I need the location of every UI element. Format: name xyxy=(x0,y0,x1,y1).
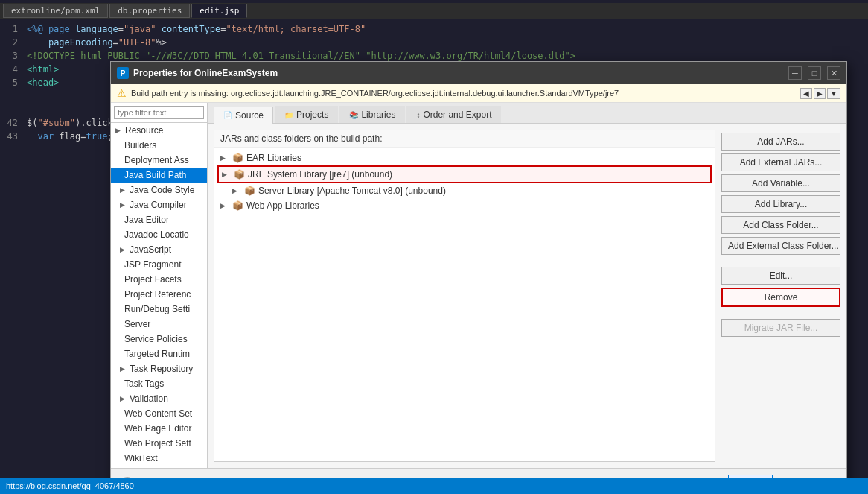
close-button[interactable]: ✕ xyxy=(827,66,840,80)
expand-arrow: ▶ xyxy=(115,127,123,134)
tab-libraries[interactable]: 📚 Libraries xyxy=(339,106,405,123)
add-jars-button[interactable]: Add JARs... xyxy=(721,133,840,151)
tree-item-web-project[interactable]: Web Project Sett xyxy=(111,436,207,451)
tab-libraries-label: Libraries xyxy=(361,110,395,120)
tree-item-javadoc[interactable]: Javadoc Locatio xyxy=(111,227,207,242)
tree-label: Web Project Sett xyxy=(124,438,191,449)
tree-label: Java Build Path xyxy=(124,170,186,180)
tree-label: WikiText xyxy=(124,453,158,463)
expand-arrow: ▶ xyxy=(120,246,127,253)
add-external-jars-button[interactable]: Add External JARs... xyxy=(721,153,840,171)
build-item-server[interactable]: ▶ 📦 Server Library [Apache Tomcat v8.0] … xyxy=(217,183,712,198)
webapp-lib-label: Web App Libraries xyxy=(246,200,319,211)
tree-label: JSP Fragment xyxy=(124,259,181,270)
tree-label: Java Compiler xyxy=(130,200,187,210)
server-lib-label: Server Library [Apache Tomcat v8.0] (unb… xyxy=(258,186,446,196)
tree-item-run-debug[interactable]: Run/Debug Setti xyxy=(111,302,207,317)
libraries-tab-icon: 📚 xyxy=(349,111,358,119)
tree-item-java-code-style[interactable]: ▶ Java Code Style xyxy=(111,183,207,197)
dialog-overlay: P Properties for OnlineExamSystem ─ □ ✕ … xyxy=(0,0,868,494)
tree-label: Server xyxy=(124,319,150,329)
tree-item-resource[interactable]: ▶ Resource xyxy=(111,123,207,138)
tree-label: Project Referenc xyxy=(124,289,191,300)
warning-next-button[interactable]: ▶ xyxy=(814,88,826,99)
edit-button[interactable]: Edit... xyxy=(721,267,840,285)
tree-item-targeted-runtime[interactable]: Targeted Runtim xyxy=(111,346,207,361)
tree-item-javascript[interactable]: ▶ JavaScript xyxy=(111,242,207,257)
add-class-folder-button[interactable]: Add Class Folder... xyxy=(721,216,840,234)
editor-background: extronline/pom.xml db.properties edit.js… xyxy=(0,0,868,494)
warning-nav: ◀ ▶ ▼ xyxy=(800,88,840,99)
tab-projects-label: Projects xyxy=(296,110,328,120)
webapp-lib-icon: 📦 xyxy=(232,200,243,211)
expand-arrow: ▶ xyxy=(120,201,127,209)
tree-item-project-facets[interactable]: Project Facets xyxy=(111,272,207,287)
status-bar: https://blog.csdn.net/qq_4067/4860 xyxy=(0,478,868,494)
tree-label: Java Editor xyxy=(124,215,169,225)
tree-label: Project Facets xyxy=(124,274,182,285)
webapp-expand-icon: ▶ xyxy=(220,202,229,209)
build-path-list: ▶ 📦 EAR Libraries ▶ 📦 JRE System Library… xyxy=(214,148,715,461)
dialog-title: Properties for OnlineExamSystem xyxy=(133,68,278,78)
build-item-jre[interactable]: ▶ 📦 JRE System Library [jre7] (unbound) xyxy=(217,165,712,183)
warning-text: Build path entry is missing: org.eclipse… xyxy=(131,89,796,98)
dialog-body: ▶ Resource Builders Deployment Ass Java … xyxy=(111,103,846,468)
ear-lib-label: EAR Libraries xyxy=(246,153,301,163)
tree-item-builders[interactable]: Builders xyxy=(111,138,207,153)
add-library-button[interactable]: Add Library... xyxy=(721,195,840,213)
warning-banner: ⚠ Build path entry is missing: org.eclip… xyxy=(111,84,846,103)
tree-item-server[interactable]: Server xyxy=(111,317,207,332)
tree-label: Java Code Style xyxy=(130,185,194,195)
button-spacer xyxy=(721,258,840,264)
right-panel: 📄 Source 📁 Projects 📚 Libraries ↕ xyxy=(208,103,846,468)
tree-label: Resource xyxy=(125,125,163,136)
add-external-class-folder-button[interactable]: Add External Class Folder... xyxy=(721,237,840,255)
source-tab-icon: 📄 xyxy=(223,111,232,119)
panel-label: JARs and class folders on the build path… xyxy=(214,130,715,148)
tree-item-java-build-path[interactable]: Java Build Path xyxy=(111,168,207,183)
minimize-button[interactable]: ─ xyxy=(788,66,802,80)
tree-item-xdoclet[interactable]: ▶ XDoclet xyxy=(111,466,207,468)
tree-item-java-compiler[interactable]: ▶ Java Compiler xyxy=(111,197,207,212)
add-variable-button[interactable]: Add Variable... xyxy=(721,174,840,192)
warning-prev-button[interactable]: ◀ xyxy=(800,88,812,99)
maximize-button[interactable]: □ xyxy=(808,66,821,80)
tree-label: Builders xyxy=(124,140,156,151)
migrate-jar-button[interactable]: Migrate JAR File... xyxy=(721,319,840,337)
filter-input[interactable] xyxy=(114,106,204,119)
tree-item-validation[interactable]: ▶ Validation xyxy=(111,391,207,406)
server-lib-icon: 📦 xyxy=(244,186,255,196)
tree-label: Service Policies xyxy=(124,334,188,344)
tree-item-task-repository[interactable]: ▶ Task Repository xyxy=(111,361,207,376)
warning-expand-button[interactable]: ▼ xyxy=(827,88,840,99)
buttons-panel: Add JARs... Add External JARs... Add Var… xyxy=(721,130,840,462)
tree-item-web-page-editor[interactable]: Web Page Editor xyxy=(111,421,207,436)
remove-button[interactable]: Remove xyxy=(721,288,840,307)
tree-item-web-content[interactable]: Web Content Set xyxy=(111,406,207,421)
tab-order-label: Order and Export xyxy=(423,110,491,120)
tree-item-jsp-fragment[interactable]: JSP Fragment xyxy=(111,257,207,272)
tab-order-export[interactable]: ↕ Order and Export xyxy=(406,106,501,123)
tabs-row: 📄 Source 📁 Projects 📚 Libraries ↕ xyxy=(208,103,846,124)
build-item-webapp[interactable]: ▶ 📦 Web App Libraries xyxy=(217,198,712,213)
tree-item-wikitext[interactable]: WikiText xyxy=(111,451,207,466)
tree-item-task-tags[interactable]: Task Tags xyxy=(111,376,207,391)
dialog-titlebar: P Properties for OnlineExamSystem ─ □ ✕ xyxy=(111,62,846,84)
button-spacer-2 xyxy=(721,310,840,316)
tree-label: Web Content Set xyxy=(124,408,192,419)
warning-icon: ⚠ xyxy=(117,87,127,99)
tree-label: Web Page Editor xyxy=(124,423,192,434)
tree-item-java-editor[interactable]: Java Editor xyxy=(111,212,207,227)
expand-arrow: ▶ xyxy=(120,395,127,402)
tab-source-label: Source xyxy=(235,110,264,121)
tab-source[interactable]: 📄 Source xyxy=(214,107,273,124)
tab-projects[interactable]: 📁 Projects xyxy=(275,106,338,123)
jre-lib-icon: 📦 xyxy=(234,169,245,180)
tree-item-project-references[interactable]: Project Referenc xyxy=(111,287,207,302)
build-item-ear[interactable]: ▶ 📦 EAR Libraries xyxy=(217,151,712,165)
tree-item-deployment[interactable]: Deployment Ass xyxy=(111,153,207,168)
tree-label: Validation xyxy=(130,393,168,404)
tree-item-service-policies[interactable]: Service Policies xyxy=(111,332,207,346)
status-url: https://blog.csdn.net/qq_4067/4860 xyxy=(6,481,134,490)
filter-box xyxy=(111,103,207,123)
